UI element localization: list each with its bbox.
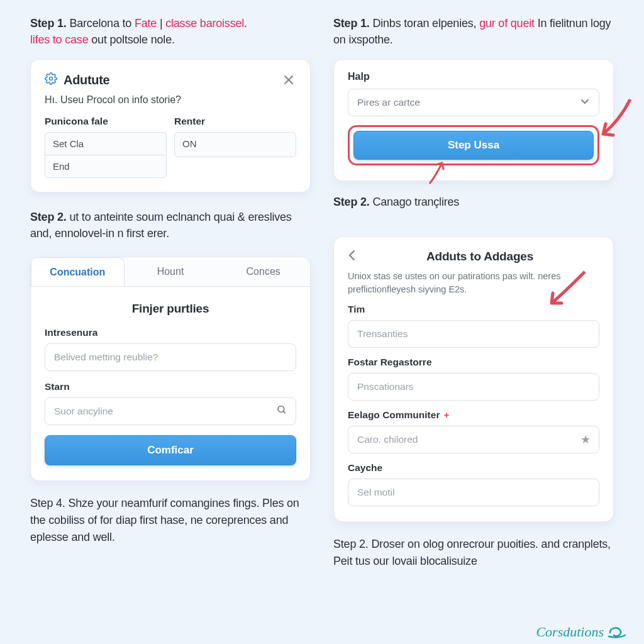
fostar-field: Fostar Regastorre xyxy=(348,357,599,401)
adutute-card: Adutute Hı. Useu Procol on info storie? … xyxy=(30,59,311,192)
close-icon xyxy=(284,75,294,85)
cayche-field: Cayche xyxy=(348,462,599,506)
step-label: Step 4. xyxy=(30,497,65,509)
caption-text: Barcelona to xyxy=(69,17,134,30)
tabbar: Concuation Hount Conces xyxy=(31,257,310,287)
step-ussa-button[interactable]: Step Ussa xyxy=(353,131,594,160)
right-column: Step 1. Dinbs toran elpenies, gur of que… xyxy=(333,15,614,570)
brand-name: Corsdutions xyxy=(536,624,604,640)
section-title: Finjer purtlies xyxy=(45,302,296,316)
left-column: Step 1. Barcelona to Fate | classe baroi… xyxy=(30,15,311,570)
close-button[interactable] xyxy=(281,73,296,88)
tab-conces[interactable]: Conces xyxy=(217,257,310,286)
adutute-fields: Punicona fale Set Cla End Renter ON xyxy=(45,116,296,178)
cta-highlight-frame: Step Ussa xyxy=(348,125,599,165)
left-step2-caption: Step 2. ut to anteinte soum eclnanch qua… xyxy=(30,209,311,242)
adduts-card: Adduts to Addages Uniox stas se ustes on… xyxy=(333,236,614,522)
right-step2a-caption: Step 2. Canago trançlires xyxy=(333,194,614,210)
right-step1-caption: Step 1. Dinbs toran elpenies, gur of que… xyxy=(333,15,614,48)
fostar-input[interactable] xyxy=(348,373,599,401)
caption-text: Canago trançlires xyxy=(372,196,459,208)
left-step1-caption: Step 1. Barcelona to Fate | classe baroi… xyxy=(30,15,311,48)
caption-text: ut to anteinte soum eclnanch quai & eres… xyxy=(30,211,292,240)
step-label: Step 2. xyxy=(333,538,369,550)
svg-point-0 xyxy=(50,77,53,80)
caption-red: classe baroissel xyxy=(165,17,244,30)
step-label: Step 1. xyxy=(333,17,370,30)
tab-hount[interactable]: Hount xyxy=(125,257,218,286)
cell-stack: Set Cla End xyxy=(45,132,167,178)
step-label: Step 2. xyxy=(333,196,370,208)
cayche-input[interactable] xyxy=(348,479,599,506)
left-step4-caption: Step 4. Shze your neamfurif comangines f… xyxy=(30,495,311,546)
adduts-subtitle: Uniox stas se ustes on our patirations p… xyxy=(348,270,599,296)
help-label: Halp xyxy=(348,71,599,82)
plus-icon: + xyxy=(443,409,449,421)
caption-red: lifes to case xyxy=(30,33,88,46)
select-placeholder: Pires ar cartce xyxy=(357,97,420,108)
tim-field: Tim xyxy=(348,304,599,348)
tim-input[interactable] xyxy=(348,320,599,348)
field-label: Tim xyxy=(348,304,599,315)
field-label: Punicona fale xyxy=(45,116,167,127)
caption-text: | xyxy=(157,17,165,30)
field-label: Renter xyxy=(174,116,296,127)
adduts-header: Adduts to Addages xyxy=(348,248,599,265)
caption-text: . xyxy=(244,17,247,30)
eelago-input[interactable] xyxy=(348,426,599,453)
annotation-arrow-icon xyxy=(596,96,633,147)
comficar-button[interactable]: Comficar xyxy=(45,435,296,465)
intresenura-input-wrap xyxy=(45,343,296,371)
cell-value[interactable]: ON xyxy=(174,132,296,157)
adutute-title: Adutute xyxy=(64,73,275,87)
chevron-down-icon xyxy=(580,96,590,109)
field-label: Cayche xyxy=(348,462,599,474)
right-step2b-caption: Step 2. Droser on olog onrecrour puoitie… xyxy=(333,536,614,570)
caption-red: gur of queit xyxy=(479,17,535,30)
field-label: Starn xyxy=(45,381,296,392)
cta-wrap: Step Ussa xyxy=(348,125,599,165)
caption-text: Droser on olog onrecrour puoities. and c… xyxy=(333,538,611,567)
help-select[interactable]: Pires ar cartce xyxy=(348,89,599,116)
adutute-subtitle: Hı. Useu Procol on info storie? xyxy=(45,94,296,106)
eelago-field: Eelago Communiter + ★ xyxy=(348,409,599,453)
tab-concuation[interactable]: Concuation xyxy=(31,257,125,287)
step-label: Step 1. xyxy=(30,17,67,30)
caption-text: out poltsole nole. xyxy=(88,33,174,46)
field-label: Intresenura xyxy=(45,327,296,338)
tabbed-form-card: Concuation Hount Conces Finjer purtlies … xyxy=(30,257,311,481)
eelago-input-wrap: ★ xyxy=(348,426,599,453)
field-label: Eelago Communiter + xyxy=(348,409,599,421)
step-label: Step 2. xyxy=(30,211,67,223)
gear-icon xyxy=(45,72,57,88)
adutute-field-2: Renter ON xyxy=(174,116,296,178)
field-label-text: Eelago Communiter xyxy=(348,409,440,421)
caption-red: of for diap first hase xyxy=(87,514,184,526)
back-button[interactable] xyxy=(348,248,360,265)
intresenura-input[interactable] xyxy=(45,343,296,371)
adduts-title: Adduts to Addages xyxy=(360,250,599,264)
field-label: Fostar Regastorre xyxy=(348,357,599,368)
caption-text: Dinbs toran elpenies, xyxy=(372,17,479,30)
adutute-field-1: Punicona fale Set Cla End xyxy=(45,116,167,178)
starn-input-wrap xyxy=(45,397,296,425)
adutute-header: Adutute xyxy=(45,72,296,88)
cell-value[interactable]: Set Cla xyxy=(45,132,167,155)
caption-red: Fate xyxy=(135,17,157,30)
brand-footer: Corsdutions xyxy=(536,621,626,640)
starn-input[interactable] xyxy=(45,397,296,425)
brand-logo-icon xyxy=(608,624,626,639)
help-card: Halp Pires ar cartce Step Ussa xyxy=(333,59,614,181)
chevron-left-icon xyxy=(348,250,357,261)
cell-value[interactable]: End xyxy=(45,155,167,178)
tabbody: Finjer purtlies Intresenura Starn Comfic… xyxy=(31,287,310,480)
